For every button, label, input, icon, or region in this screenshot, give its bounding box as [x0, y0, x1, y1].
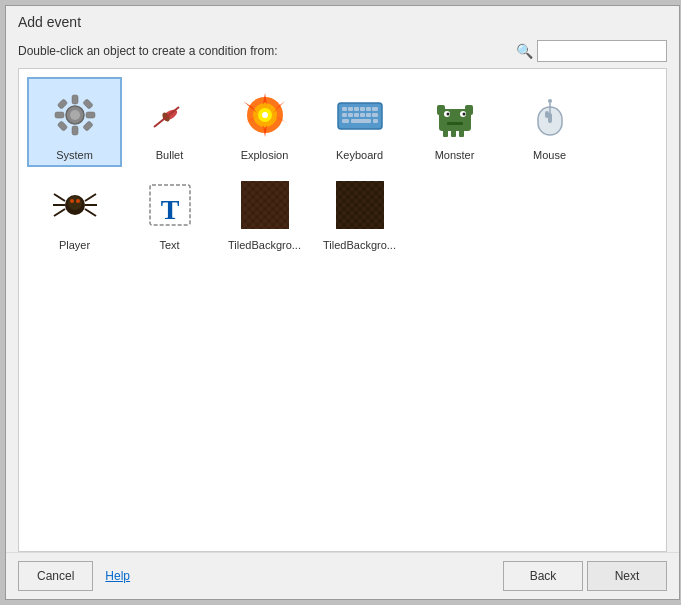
- monster-icon: [423, 83, 487, 147]
- svg-line-60: [54, 194, 65, 201]
- svg-rect-37: [351, 119, 371, 123]
- dialog-title: Add event: [6, 6, 679, 34]
- mouse-icon: [518, 83, 582, 147]
- svg-rect-33: [360, 113, 365, 117]
- system-icon: [43, 83, 107, 147]
- svg-rect-24: [342, 107, 347, 111]
- svg-point-44: [446, 113, 449, 116]
- object-item-keyboard[interactable]: Keyboard: [312, 77, 407, 167]
- next-button[interactable]: Next: [587, 561, 667, 591]
- instruction-text: Double-click an object to create a condi…: [18, 44, 277, 58]
- svg-point-45: [462, 113, 465, 116]
- footer-right: Back Next: [503, 561, 667, 591]
- monster-label: Monster: [435, 149, 475, 161]
- svg-rect-25: [348, 107, 353, 111]
- svg-rect-28: [366, 107, 371, 111]
- svg-rect-5: [86, 112, 95, 118]
- object-item-player[interactable]: Player: [27, 167, 122, 257]
- help-link[interactable]: Help: [105, 569, 130, 583]
- svg-rect-31: [348, 113, 353, 117]
- svg-rect-47: [443, 129, 448, 137]
- svg-rect-30: [342, 113, 347, 117]
- svg-rect-49: [459, 129, 464, 137]
- search-area: 🔍: [516, 40, 667, 62]
- player-icon: [43, 173, 107, 237]
- object-item-mouse[interactable]: Mouse: [502, 77, 597, 167]
- objects-container: System Bullet: [18, 68, 667, 552]
- cancel-button[interactable]: Cancel: [18, 561, 93, 591]
- footer-left: Cancel Help: [18, 561, 130, 591]
- text-label: Text: [159, 239, 179, 251]
- back-button[interactable]: Back: [503, 561, 583, 591]
- svg-rect-40: [437, 105, 445, 115]
- svg-rect-27: [360, 107, 365, 111]
- objects-grid: System Bullet: [27, 77, 658, 257]
- svg-point-54: [548, 99, 552, 103]
- svg-rect-48: [451, 129, 456, 137]
- svg-rect-32: [354, 113, 359, 117]
- svg-rect-75: [336, 181, 384, 229]
- bullet-icon: [138, 83, 202, 147]
- svg-line-62: [54, 209, 65, 216]
- object-item-monster[interactable]: Monster: [407, 77, 502, 167]
- svg-point-16: [262, 112, 268, 118]
- object-item-tiledbg1[interactable]: TiledBackgro...: [217, 167, 312, 257]
- keyboard-icon: [328, 83, 392, 147]
- add-event-dialog: Add event Double-click an object to crea…: [5, 5, 680, 600]
- svg-rect-8: [57, 121, 68, 132]
- text-icon: T: [138, 173, 202, 237]
- tiledbg1-label: TiledBackgro...: [228, 239, 301, 251]
- search-icon: 🔍: [516, 43, 533, 59]
- svg-rect-36: [342, 119, 349, 123]
- svg-rect-53: [548, 113, 552, 123]
- object-item-explosion[interactable]: Explosion: [217, 77, 312, 167]
- svg-rect-3: [72, 126, 78, 135]
- svg-point-58: [70, 199, 74, 203]
- dialog-footer: Cancel Help Back Next: [6, 552, 679, 599]
- object-item-tiledbg2[interactable]: TiledBackgro...: [312, 167, 407, 257]
- svg-point-1: [70, 110, 80, 120]
- object-item-text[interactable]: T Text: [122, 167, 217, 257]
- explosion-icon: [233, 83, 297, 147]
- object-item-bullet[interactable]: Bullet: [122, 77, 217, 167]
- svg-rect-6: [57, 99, 68, 110]
- svg-rect-29: [372, 107, 378, 111]
- svg-rect-4: [55, 112, 64, 118]
- svg-rect-71: [241, 181, 289, 229]
- svg-rect-34: [366, 113, 371, 117]
- svg-line-63: [85, 194, 96, 201]
- svg-rect-9: [82, 121, 93, 132]
- system-label: System: [56, 149, 93, 161]
- tiledbg2-icon: [328, 173, 392, 237]
- explosion-label: Explosion: [241, 149, 289, 161]
- keyboard-label: Keyboard: [336, 149, 383, 161]
- svg-rect-38: [373, 119, 378, 123]
- tiledbg1-icon: [233, 173, 297, 237]
- svg-line-12: [154, 107, 179, 127]
- svg-rect-46: [447, 122, 463, 125]
- object-item-system[interactable]: System: [27, 77, 122, 167]
- mouse-label: Mouse: [533, 149, 566, 161]
- svg-rect-7: [82, 99, 93, 110]
- svg-point-57: [68, 196, 82, 210]
- svg-rect-41: [465, 105, 473, 115]
- svg-rect-35: [372, 113, 378, 117]
- svg-point-59: [76, 199, 80, 203]
- player-label: Player: [59, 239, 90, 251]
- svg-text:T: T: [160, 194, 179, 225]
- svg-rect-2: [72, 95, 78, 104]
- svg-rect-26: [354, 107, 359, 111]
- tiledbg2-label: TiledBackgro...: [323, 239, 396, 251]
- svg-line-65: [85, 209, 96, 216]
- search-input[interactable]: [537, 40, 667, 62]
- bullet-label: Bullet: [156, 149, 184, 161]
- instruction-bar: Double-click an object to create a condi…: [6, 34, 679, 68]
